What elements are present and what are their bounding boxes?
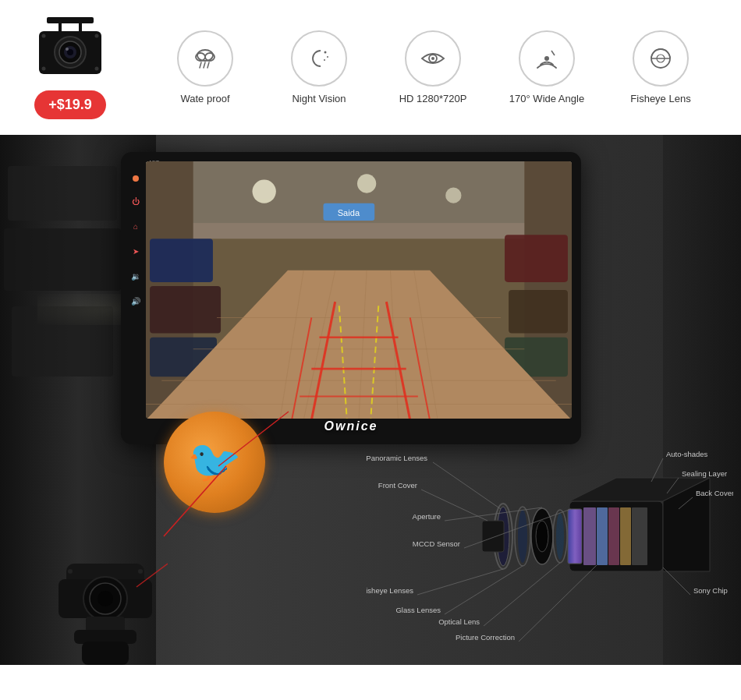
svg-point-32 — [253, 179, 276, 203]
camera-image — [23, 16, 117, 86]
wide-angle-label: 170° Wide Angle — [509, 93, 584, 104]
svg-line-25 — [551, 51, 555, 55]
svg-rect-86 — [597, 507, 608, 565]
svg-point-9 — [42, 34, 46, 38]
svg-text:Saida: Saida — [338, 208, 360, 217]
svg-point-81 — [536, 521, 548, 552]
svg-rect-85 — [583, 507, 596, 565]
hd-icon — [405, 30, 461, 87]
svg-rect-40 — [150, 286, 221, 334]
svg-text:Glass Lenses: Glass Lenses — [395, 606, 441, 614]
svg-point-23 — [431, 57, 434, 60]
svg-line-17 — [204, 62, 205, 68]
svg-rect-42 — [505, 235, 568, 282]
price-badge: +$19.9 — [34, 90, 106, 119]
svg-point-8 — [66, 48, 69, 51]
svg-point-34 — [445, 188, 461, 203]
features-row: Wate proof Night Vision — [148, 30, 718, 104]
svg-text:Picture Correction: Picture Correction — [456, 633, 515, 642]
svg-rect-39 — [150, 239, 213, 282]
svg-point-79 — [518, 510, 527, 563]
svg-rect-90 — [482, 521, 504, 552]
svg-line-91 — [433, 462, 501, 509]
svg-rect-2 — [79, 22, 82, 33]
svg-point-24 — [544, 56, 549, 61]
svg-text:MCCD Sensor: MCCD Sensor — [413, 539, 460, 548]
svg-text:Sony Chip: Sony Chip — [693, 586, 728, 595]
svg-point-65 — [68, 569, 73, 574]
fisheye-label: Fisheye Lens — [630, 93, 690, 104]
sidebar-power-icon: ⏻ — [130, 196, 141, 207]
headunit-screen: Saida — [146, 161, 572, 419]
wide-angle-icon — [519, 30, 575, 87]
svg-text:Auto-shades: Auto-shades — [666, 450, 708, 458]
hd-label: HD 1280*720P — [399, 93, 467, 104]
svg-rect-1 — [58, 22, 62, 33]
svg-line-99 — [417, 569, 503, 595]
fisheye-icon — [633, 30, 689, 87]
svg-text:Sealing Layer: Sealing Layer — [682, 469, 727, 478]
svg-text:Front Cover: Front Cover — [378, 481, 417, 490]
night-vision-label: Night Vision — [292, 93, 346, 104]
svg-text:Fisheye Lenses: Fisheye Lenses — [367, 586, 413, 595]
svg-text:Aperture: Aperture — [413, 512, 441, 521]
svg-point-83 — [556, 513, 564, 560]
svg-point-10 — [95, 34, 99, 38]
svg-point-12 — [95, 67, 99, 71]
fisheye-view-circle: 🐦 — [164, 412, 273, 521]
sidebar-vol-up-icon: 🔊 — [130, 295, 141, 306]
sidebar-nav-icon: ➤ — [130, 246, 141, 256]
feature-night-vision: Night Vision — [276, 30, 362, 104]
waterproof-icon — [177, 30, 233, 87]
svg-point-19 — [324, 51, 327, 54]
svg-point-64 — [98, 591, 113, 606]
feature-wide-angle: 170° Wide Angle — [504, 30, 590, 104]
svg-rect-89 — [632, 507, 647, 565]
sidebar-home-icon: ⌂ — [130, 221, 141, 232]
svg-line-103 — [484, 563, 560, 626]
bottom-section: • MIC • RST ⏻ ⌂ ➤ 🔉 🔊 — [0, 135, 741, 665]
svg-point-33 — [357, 174, 376, 193]
svg-line-16 — [200, 62, 201, 68]
headunit-sidebar: ⏻ ⌂ ➤ 🔉 🔊 — [127, 175, 144, 409]
svg-rect-0 — [47, 17, 94, 23]
svg-point-21 — [324, 59, 325, 61]
feature-waterproof: Wate proof — [162, 30, 248, 104]
svg-text:Back Cover: Back Cover — [696, 489, 733, 497]
waterproof-label: Wate proof — [180, 93, 229, 104]
camera-lens-diagram: Panoramic Lenses Front Cover Aperture MC… — [367, 415, 733, 657]
svg-line-101 — [445, 566, 523, 614]
svg-rect-87 — [608, 507, 619, 565]
feature-fisheye: Fisheye Lens — [618, 30, 704, 104]
svg-text:Panoramic Lenses: Panoramic Lenses — [367, 454, 427, 462]
svg-line-105 — [519, 565, 597, 642]
svg-rect-88 — [620, 507, 631, 565]
svg-rect-43 — [509, 290, 568, 334]
svg-text:Optical Lens: Optical Lens — [438, 617, 480, 626]
svg-point-11 — [42, 67, 46, 71]
sidebar-vol-down-icon: 🔉 — [130, 270, 141, 281]
top-section: +$19.9 Wate proof — [0, 0, 741, 135]
svg-point-66 — [138, 569, 143, 574]
svg-line-18 — [207, 62, 209, 68]
svg-rect-84 — [568, 509, 582, 564]
sidebar-dot — [133, 175, 139, 182]
camera-product: +$19.9 — [23, 16, 117, 119]
svg-rect-69 — [82, 642, 129, 665]
svg-point-20 — [327, 56, 328, 58]
svg-line-72 — [218, 412, 289, 466]
night-vision-icon — [291, 30, 347, 87]
svg-line-71 — [164, 466, 226, 536]
feature-hd: HD 1280*720P — [390, 30, 476, 104]
